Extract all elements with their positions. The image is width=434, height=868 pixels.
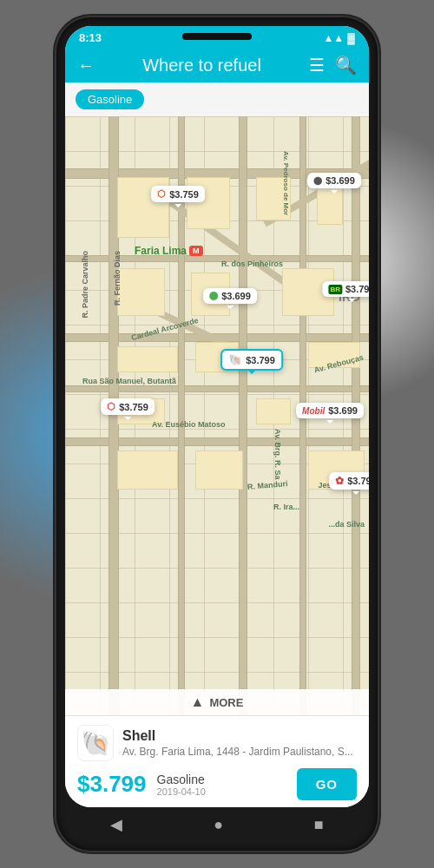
status-time: 8:13 bbox=[79, 31, 102, 44]
fuel-type: Gasoline bbox=[157, 773, 286, 786]
nav-home-button[interactable]: ● bbox=[214, 816, 223, 834]
filter-button[interactable]: ☰ bbox=[309, 55, 325, 76]
map-block bbox=[117, 346, 178, 372]
more-arrow-icon: ▲ bbox=[191, 694, 205, 710]
price-text-5: $3.799 bbox=[246, 355, 275, 365]
chevron-icon: ⬡ bbox=[107, 401, 115, 412]
faria-lima-label: Faria Lima M bbox=[135, 245, 203, 257]
map-block bbox=[117, 268, 165, 316]
street-label: Av. Brg. R. Sa bbox=[273, 429, 282, 480]
nav-recents-button[interactable]: ■ bbox=[314, 816, 324, 834]
back-button[interactable]: ← bbox=[77, 56, 95, 76]
price-marker-5-selected[interactable]: 🐚 $3.799 bbox=[220, 349, 283, 371]
signal-icon: ▲▲ bbox=[323, 32, 344, 44]
map-block bbox=[195, 450, 243, 490]
map-block bbox=[117, 450, 178, 490]
station-header: 🐚 Shell Av. Brg. Faria Lima, 1448 - Jard… bbox=[77, 725, 357, 761]
mobil-icon: Mobil bbox=[302, 406, 325, 416]
filter-bar: Gasoline bbox=[65, 82, 369, 116]
battery-icon: ▓ bbox=[347, 32, 355, 44]
price-marker-8[interactable]: ✿ $3.799 bbox=[329, 472, 369, 490]
phone-nav-bar: ◀ ● ■ bbox=[65, 807, 369, 842]
station-card: 🐚 Shell Av. Brg. Faria Lima, 1448 - Jard… bbox=[65, 715, 369, 807]
price-marker-1[interactable]: ⬡ $3.759 bbox=[151, 186, 205, 202]
price-marker-2[interactable]: ⬤ $3.699 bbox=[307, 173, 361, 188]
station-price-row: $3.799 Gasoline 2019-04-10 GO bbox=[77, 768, 357, 800]
street-label: R. Fernão Dias bbox=[113, 251, 122, 306]
price-text-6: $3.759 bbox=[119, 402, 148, 412]
shell-logo-icon: 🐚 bbox=[81, 729, 111, 758]
gasoline-chip[interactable]: Gasoline bbox=[76, 89, 144, 109]
map-block bbox=[256, 398, 291, 424]
texaco-icon: ✿ bbox=[335, 475, 344, 487]
price-text-4: $3.799 bbox=[345, 284, 369, 294]
top-bar: ← Where to refuel ☰ 🔍 bbox=[65, 48, 369, 82]
road bbox=[239, 116, 247, 715]
street-label: ...da Silva bbox=[328, 520, 365, 529]
nav-back-button[interactable]: ◀ bbox=[110, 815, 122, 834]
station-name: Shell bbox=[122, 728, 357, 744]
phone-screen: 8:13 ▲▲ ▓ ← Where to refuel ☰ 🔍 Gasoline bbox=[65, 26, 369, 807]
search-button[interactable]: 🔍 bbox=[335, 55, 357, 76]
price-text-2: $3.699 bbox=[326, 175, 355, 186]
price-text-7: $3.699 bbox=[328, 405, 358, 416]
street-label: Av. Pedroso de Mor bbox=[282, 151, 290, 215]
price-text-3: $3.699 bbox=[221, 291, 251, 301]
phone-notch bbox=[182, 33, 252, 40]
street-label: Rua São Manuel, Butantã bbox=[82, 377, 176, 385]
more-label: MORE bbox=[209, 696, 243, 709]
price-marker-3[interactable]: $3.699 bbox=[203, 288, 257, 304]
station-logo: 🐚 bbox=[77, 725, 114, 761]
phone-frame: 8:13 ▲▲ ▓ ← Where to refuel ☰ 🔍 Gasoline bbox=[56, 17, 378, 851]
price-marker-6[interactable]: ⬡ $3.759 bbox=[101, 398, 155, 415]
street-label: R. Ira... bbox=[273, 503, 299, 511]
price-text-1: $3.759 bbox=[169, 189, 199, 200]
price-text-8: $3.799 bbox=[347, 476, 369, 486]
ipiranga-icon: ⬡ bbox=[157, 188, 166, 200]
station-price: $3.799 bbox=[77, 771, 147, 798]
fuel-info: Gasoline 2019-04-10 bbox=[157, 773, 286, 797]
map-block bbox=[187, 177, 230, 229]
status-right: ▲▲ ▓ bbox=[323, 32, 355, 44]
station-info: Shell Av. Brg. Faria Lima, 1448 - Jardim… bbox=[122, 728, 357, 758]
go-button[interactable]: GO bbox=[297, 768, 357, 800]
fuel-date: 2019-04-10 bbox=[157, 786, 286, 797]
street-label: Av. Eusébio Matoso bbox=[152, 420, 226, 429]
street-label: R. dos Pinheiros bbox=[221, 260, 283, 268]
green-icon bbox=[209, 292, 218, 300]
more-bar[interactable]: ▲ MORE bbox=[65, 689, 369, 715]
page-title: Where to refuel bbox=[105, 56, 299, 76]
street-label: R. Padre Carvalho bbox=[81, 251, 89, 319]
circle-icon: ⬤ bbox=[313, 176, 322, 185]
faria-lima-text: Faria Lima bbox=[135, 245, 187, 257]
price-marker-7[interactable]: Mobil $3.699 bbox=[296, 403, 364, 418]
shell-icon-small: 🐚 bbox=[228, 353, 242, 366]
station-address: Av. Brg. Faria Lima, 1448 - Jardim Pauli… bbox=[122, 746, 357, 758]
br-icon: BR bbox=[328, 285, 342, 294]
price-marker-4[interactable]: BR $3.799 bbox=[322, 281, 369, 297]
map-area[interactable]: R. Padre Carvalho R. Fernão Dias Faria L… bbox=[65, 116, 369, 715]
metro-badge: M bbox=[189, 246, 203, 256]
